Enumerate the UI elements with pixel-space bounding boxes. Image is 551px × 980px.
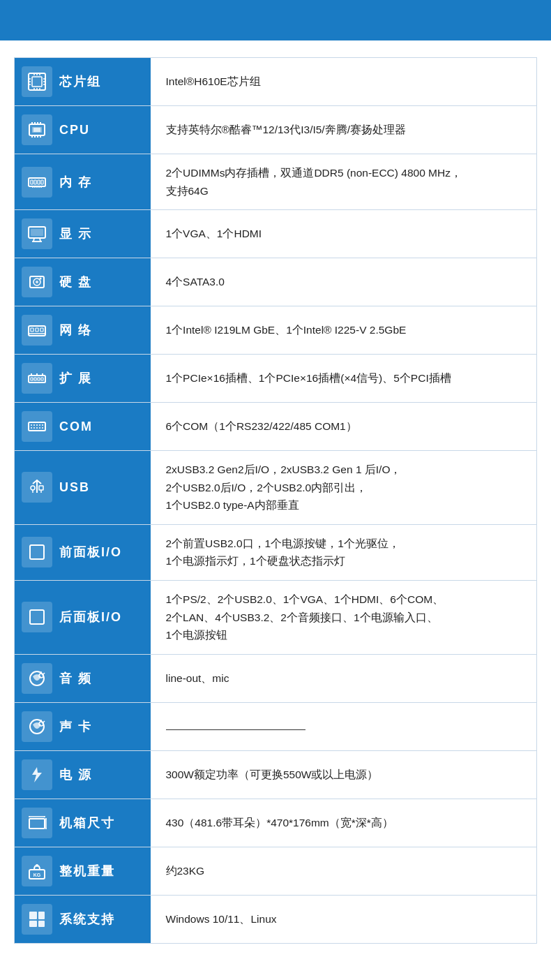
svg-point-61	[33, 427, 35, 429]
value-text-memory: 支持64G	[166, 185, 209, 197]
value-text-audio: line-out、mic	[166, 672, 229, 684]
value-text-usb: 1个USB2.0 type-A内部垂直	[166, 499, 299, 511]
value-cell-weight: 约23KG	[151, 847, 537, 895]
power-icon	[22, 759, 52, 790]
com-icon	[22, 411, 52, 442]
value-text-front-io: 2个前置USB2.0口，1个电源按键，1个光驱位，	[166, 537, 400, 549]
storage-icon	[22, 267, 52, 297]
value-text-cpu: 支持英特尔®酷睿™12/13代I3/I5/奔腾/赛扬处理器	[166, 124, 406, 135]
label-cell-sound-card: 声 卡	[15, 702, 151, 750]
table-row: 机箱尺寸430（481.6带耳朵）*470*176mm（宽*深*高）	[15, 799, 537, 847]
svg-rect-53	[41, 378, 43, 380]
value-cell-front-io: 2个前置USB2.0口，1个电源按键，1个光驱位，1个电源指示灯，1个硬盘状态指…	[151, 524, 537, 580]
table-row: 声 卡	[15, 702, 537, 750]
value-cell-display: 1个VGA、1个HDMI	[151, 210, 537, 258]
audio-icon	[22, 663, 52, 694]
usb-icon	[22, 472, 52, 503]
value-text-os: Windows 10/11、Linux	[166, 913, 277, 925]
label-cell-display: 显 示	[15, 210, 151, 258]
front-io-icon	[22, 537, 52, 567]
svg-point-65	[39, 427, 40, 429]
label-cell-weight: KG 整机重量	[15, 847, 151, 895]
value-text-storage: 4个SATA3.0	[166, 276, 225, 288]
svg-rect-95	[29, 921, 37, 927]
svg-text:KG: KG	[33, 873, 41, 877]
value-cell-sound-card	[151, 702, 537, 750]
svg-rect-0	[29, 73, 45, 90]
sound-card-icon	[22, 711, 52, 742]
rear-io-icon	[22, 602, 52, 632]
spec-table: 芯片组Intel®H610E芯片组 CPU支持英特尔®酷睿™12/13代I3/I…	[14, 57, 537, 944]
value-text-rear-io: 2个LAN、4个USB3.2、2个音频接口、1个电源输入口、	[166, 611, 438, 623]
label-text-memory: 内 存	[59, 174, 92, 191]
value-text-expansion: 1个PCIe×16插槽、1个PCIe×16插槽(×4信号)、5个PCI插槽	[166, 372, 451, 384]
svg-rect-47	[40, 328, 43, 332]
header	[0, 0, 551, 40]
table-row: 网 络1个Intel® I219LM GbE、1个Intel® I225-V 2…	[15, 306, 537, 355]
value-text-usb: 2xUSB3.2 Gen2后I/O，2xUSB3.2 Gen 1 后I/O，	[166, 463, 402, 475]
table-row: 前面板I/O2个前置USB2.0口，1个电源按键，1个光驱位，1个电源指示灯，1…	[15, 524, 537, 580]
label-cell-dimensions: 机箱尺寸	[15, 799, 151, 847]
value-text-weight: 约23KG	[166, 865, 205, 877]
svg-line-77	[43, 673, 45, 674]
svg-rect-57	[29, 422, 45, 431]
value-cell-audio: line-out、mic	[151, 654, 537, 702]
label-cell-network: 网 络	[15, 306, 151, 355]
svg-rect-26	[31, 180, 33, 184]
label-text-weight: 整机重量	[59, 863, 115, 879]
label-text-dimensions: 机箱尺寸	[59, 815, 115, 831]
label-text-sound-card: 声 卡	[59, 718, 92, 735]
label-cell-expansion: 扩 展	[15, 355, 151, 403]
value-text-network: 1个Intel® I219LM GbE、1个Intel® I225-V 2.5G…	[166, 324, 407, 336]
svg-rect-72	[30, 545, 44, 559]
value-text-memory: 2个UDIMMs内存插槽，双通道DDR5 (non-ECC) 4800 MHz，	[166, 167, 462, 179]
svg-rect-27	[34, 180, 36, 184]
os-icon	[22, 904, 52, 935]
table-row: USB2xUSB3.2 Gen2后I/O，2xUSB3.2 Gen 1 后I/O…	[15, 451, 537, 525]
svg-point-64	[39, 424, 40, 426]
divider-line	[166, 729, 305, 730]
label-cell-chipset: 芯片组	[15, 58, 151, 106]
svg-rect-94	[38, 912, 45, 919]
svg-rect-28	[38, 180, 40, 184]
value-text-usb: 2个USB2.0后I/O，2个USB2.0内部引出，	[166, 482, 368, 493]
value-text-rear-io: 1个电源按钮	[166, 629, 228, 641]
expansion-icon	[22, 363, 52, 394]
svg-line-81	[43, 721, 45, 722]
label-cell-memory: 内 存	[15, 154, 151, 210]
table-row: 电 源300W额定功率（可更换550W或以上电源）	[15, 750, 537, 799]
svg-rect-29	[41, 180, 43, 184]
value-text-front-io: 1个电源指示灯，1个硬盘状态指示灯	[166, 555, 345, 567]
table-row: 后面板I/O1个PS/2、2个USB2.0、1个VGA、1个HDMI、6个COM…	[15, 580, 537, 654]
label-cell-cpu: CPU	[15, 106, 151, 154]
svg-rect-39	[31, 229, 43, 236]
table-wrapper: 芯片组Intel®H610E芯片组 CPU支持英特尔®酷睿™12/13代I3/I…	[0, 40, 551, 965]
label-cell-rear-io: 后面板I/O	[15, 580, 151, 654]
svg-rect-73	[30, 610, 44, 624]
value-text-power: 300W额定功率（可更换550W或以上电源）	[166, 769, 379, 780]
label-text-cpu: CPU	[59, 123, 90, 138]
table-row: 内 存2个UDIMMs内存插槽，双通道DDR5 (non-ECC) 4800 M…	[15, 154, 537, 210]
svg-rect-45	[31, 328, 33, 332]
table-row: 扩 展1个PCIe×16插槽、1个PCIe×16插槽(×4信号)、5个PCI插槽	[15, 355, 537, 403]
svg-point-58	[31, 424, 32, 426]
weight-icon: KG	[22, 856, 52, 886]
svg-point-66	[42, 424, 43, 426]
label-cell-com: COM	[15, 403, 151, 451]
label-cell-storage: 硬 盘	[15, 258, 151, 306]
chipset-icon	[22, 66, 52, 97]
label-text-power: 电 源	[59, 766, 92, 783]
dimensions-icon	[22, 808, 52, 838]
label-cell-usb: USB	[15, 451, 151, 525]
label-cell-front-io: 前面板I/O	[15, 524, 151, 580]
label-text-audio: 音 频	[59, 670, 92, 687]
value-text-rear-io: 1个PS/2、2个USB2.0、1个VGA、1个HDMI、6个COM、	[166, 593, 444, 605]
svg-point-43	[40, 278, 42, 280]
svg-rect-50	[31, 378, 33, 380]
svg-point-91	[36, 864, 38, 867]
label-cell-os: 系统支持	[15, 895, 151, 943]
value-cell-cpu: 支持英特尔®酷睿™12/13代I3/I5/奔腾/赛扬处理器	[151, 106, 537, 154]
label-text-com: COM	[59, 420, 93, 434]
svg-point-68	[31, 486, 35, 490]
table-row: 硬 盘4个SATA3.0	[15, 258, 537, 306]
